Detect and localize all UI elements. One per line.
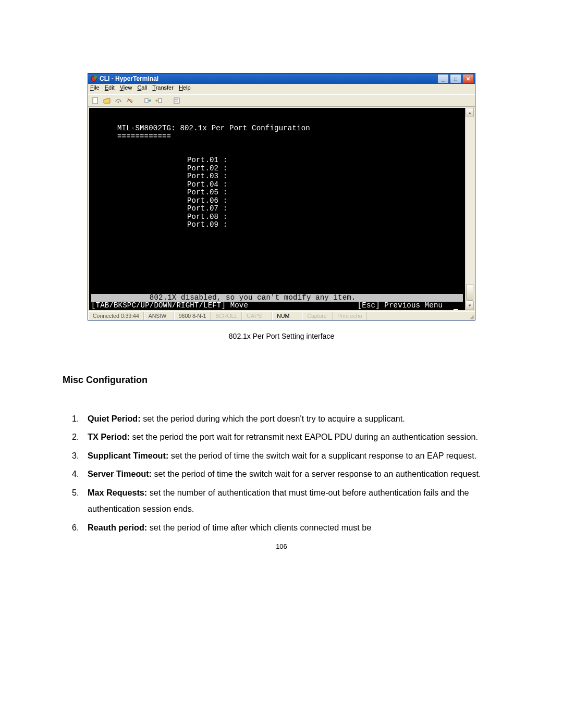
maximize-button[interactable]: □ xyxy=(450,74,461,83)
port-line: Port.05 : xyxy=(187,188,227,196)
menu-edit[interactable]: Edit xyxy=(105,84,115,94)
item-label: Quiet Period: xyxy=(88,414,141,423)
status-scroll: SCROLL xyxy=(211,312,242,320)
resize-grip-icon[interactable]: ◢ xyxy=(466,312,475,320)
item-text: set the period of time the switch wait f… xyxy=(152,469,481,478)
menu-file[interactable]: File xyxy=(90,84,100,94)
minimize-button[interactable]: _ xyxy=(437,74,449,83)
status-capture: Capture xyxy=(302,312,333,320)
receive-icon[interactable] xyxy=(155,96,163,105)
config-list: Quiet Period: set the period during whic… xyxy=(63,411,500,536)
svg-line-4 xyxy=(128,98,132,103)
figure-caption: 802.1x Per Port Setting interface xyxy=(63,332,500,340)
port-line: Port.09 : xyxy=(187,220,227,229)
port-list: Port.01 : Port.02 : Port.03 : Port.04 : … xyxy=(91,156,463,229)
connect-icon[interactable] xyxy=(114,96,123,105)
hyperterminal-window: CLI - HyperTerminal _ □ ✕ File Edit View… xyxy=(88,73,475,320)
app-icon xyxy=(90,75,97,82)
svg-point-1 xyxy=(94,76,97,79)
item-label: Reauth period: xyxy=(88,523,147,532)
scroll-up-arrow[interactable]: ▴ xyxy=(466,108,474,117)
vertical-scrollbar[interactable]: ▴ ▾ xyxy=(465,108,474,310)
terminal-message: 802.1X disabled, so you can't modify any… xyxy=(91,294,463,302)
svg-point-3 xyxy=(118,102,119,103)
scroll-track[interactable] xyxy=(466,117,474,301)
item-text: set the period of time the switch wait f… xyxy=(168,451,476,460)
list-item: TX Period: set the period the port wait … xyxy=(81,429,500,446)
status-caps: CAPS xyxy=(242,312,272,320)
port-line: Port.01 : xyxy=(187,156,227,164)
menu-call[interactable]: Call xyxy=(137,84,147,94)
scroll-thumb[interactable] xyxy=(466,284,473,301)
window-titlebar[interactable]: CLI - HyperTerminal _ □ ✕ xyxy=(88,73,475,84)
menu-transfer[interactable]: Transfer xyxy=(152,84,174,94)
close-button[interactable]: ✕ xyxy=(462,74,474,83)
list-item: Quiet Period: set the period during whic… xyxy=(81,411,500,427)
svg-rect-6 xyxy=(158,98,162,103)
svg-rect-2 xyxy=(93,97,97,104)
svg-rect-5 xyxy=(145,98,148,103)
terminal-divider: ============ xyxy=(91,132,171,141)
menu-view[interactable]: View xyxy=(120,84,132,94)
item-text: set the period of time after which clien… xyxy=(147,523,371,532)
item-label: Supplicant Timeout: xyxy=(88,451,168,460)
list-item: Supplicant Timeout: set the period of ti… xyxy=(81,448,500,464)
terminal-output[interactable]: MIL-SM8002TG: 802.1x Per Port Configurat… xyxy=(89,108,465,310)
list-item: Reauth period: set the period of time af… xyxy=(81,520,500,536)
port-line: Port.06 : xyxy=(187,196,227,205)
list-item: Server Timeout: set the period of time t… xyxy=(81,466,500,483)
section-heading: Misc Configuration xyxy=(63,375,500,386)
status-bar: Connected 0:39:44 ANSIW 9600 8-N-1 SCROL… xyxy=(88,311,475,320)
port-line: Port.04 : xyxy=(187,180,227,189)
item-text: set the period during which the port doe… xyxy=(141,414,405,423)
send-icon[interactable] xyxy=(143,96,152,105)
new-icon[interactable] xyxy=(91,96,100,105)
menu-help[interactable]: Help xyxy=(179,84,191,94)
svg-rect-7 xyxy=(174,98,179,103)
disconnect-icon[interactable] xyxy=(126,96,134,105)
port-line: Port.02 : xyxy=(187,164,227,172)
item-label: Server Timeout: xyxy=(88,469,152,478)
terminal-header: MIL-SM8002TG: 802.1x Per Port Configurat… xyxy=(91,124,310,132)
scroll-down-arrow[interactable]: ▾ xyxy=(466,301,474,310)
menubar: File Edit View Call Transfer Help xyxy=(88,84,475,94)
item-text: set the period the port wait for retrans… xyxy=(130,432,478,441)
port-line: Port.07 : xyxy=(187,204,227,213)
item-label: Max Requests: xyxy=(88,488,147,497)
port-line: Port.03 : xyxy=(187,172,227,180)
status-connected: Connected 0:39:44 xyxy=(88,312,144,320)
list-item: Max Requests: set the number of authenti… xyxy=(81,485,500,517)
status-emulation: ANSIW xyxy=(144,312,174,320)
item-label: TX Period: xyxy=(88,432,130,441)
page-number: 106 xyxy=(63,542,500,550)
toolbar xyxy=(88,94,475,107)
status-settings: 9600 8-N-1 xyxy=(174,312,211,320)
open-icon[interactable] xyxy=(103,96,111,105)
status-printecho: Print echo xyxy=(333,312,366,320)
port-line: Port.08 : xyxy=(187,213,227,221)
terminal-nav: [TAB/BKSPC/UP/DOWN/RIGHT/LEFT] Move[Esc]… xyxy=(91,302,463,310)
status-num: NUM xyxy=(272,312,302,320)
window-title: CLI - HyperTerminal xyxy=(100,75,158,82)
properties-icon[interactable] xyxy=(173,96,181,105)
